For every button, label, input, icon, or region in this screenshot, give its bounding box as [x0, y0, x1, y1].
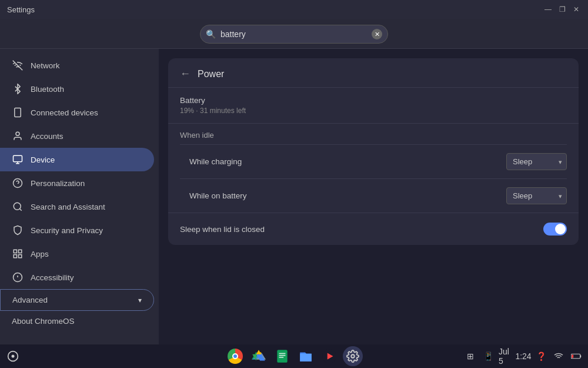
sidebar-item-security-privacy-label: Security and Privacy: [31, 226, 103, 235]
svg-rect-28: [279, 355, 286, 356]
search-bar: 🔍 ✕: [0, 19, 588, 49]
sidebar-item-network[interactable]: Network: [0, 54, 154, 77]
sidebar-item-apps[interactable]: Apps: [0, 242, 154, 266]
toggle-knob: [555, 224, 566, 234]
apps-icon: [12, 248, 24, 260]
sleep-lid-toggle[interactable]: [543, 223, 567, 236]
while-on-battery-label: While on battery: [189, 191, 247, 200]
sleep-lid-label: Sleep when lid is closed: [180, 225, 265, 234]
search-container: 🔍 ✕: [200, 25, 388, 44]
sidebar-item-connected-devices[interactable]: Connected devices: [0, 101, 154, 124]
taskbar-date[interactable]: Jul 5: [499, 349, 513, 363]
search-input[interactable]: [200, 25, 388, 44]
battery-section: Battery 19% · 31 minutes left: [168, 88, 579, 124]
search-assistant-icon: [12, 201, 24, 213]
svg-rect-35: [580, 355, 582, 357]
svg-rect-29: [279, 357, 284, 358]
svg-rect-13: [19, 255, 22, 258]
app-title: Settings: [7, 5, 35, 14]
device-icon: [12, 154, 24, 165]
taskbar-app-drive[interactable]: [249, 346, 269, 366]
svg-rect-12: [14, 255, 16, 258]
taskbar-right: ⊞ 📱 Jul 5 1:24 ❓: [463, 349, 583, 363]
battery-status: 19% · 31 minutes left: [180, 107, 567, 115]
svg-point-2: [16, 132, 19, 135]
taskbar-app-play[interactable]: [319, 346, 339, 366]
taskbar-wifi-icon[interactable]: [552, 349, 566, 363]
while-charging-label: While charging: [189, 157, 242, 166]
sidebar-item-personalization-label: Personalization: [31, 179, 85, 188]
sidebar-item-device[interactable]: Device: [0, 148, 154, 171]
sidebar-item-network-label: Network: [31, 61, 60, 70]
taskbar: ⊞ 📱 Jul 5 1:24 ❓: [0, 344, 588, 368]
advanced-chevron-icon: ▾: [138, 296, 142, 304]
restore-button[interactable]: ❐: [557, 5, 567, 14]
sidebar-item-device-label: Device: [31, 155, 55, 164]
sidebar-item-bluetooth[interactable]: Bluetooth: [0, 77, 154, 101]
sidebar-item-accessibility[interactable]: Accessibility: [0, 266, 154, 289]
sidebar-item-search-assistant[interactable]: Search and Assistant: [0, 195, 154, 218]
panel-title: Power: [198, 69, 224, 79]
svg-rect-10: [14, 250, 16, 253]
bluetooth-icon: [12, 83, 24, 95]
body-split: Network Bluetooth Connected devices: [0, 49, 588, 344]
sidebar-item-accounts[interactable]: Accounts: [0, 124, 154, 148]
content-area: ← Power Battery 19% · 31 minutes left Wh…: [159, 49, 588, 344]
close-button[interactable]: ✕: [572, 5, 581, 14]
sidebar-item-security-privacy[interactable]: Security and Privacy: [0, 218, 154, 242]
sidebar-about-label: About ChromeOS: [12, 317, 75, 326]
taskbar-left: [5, 348, 21, 364]
sidebar-item-accessibility-label: Accessibility: [31, 273, 74, 282]
svg-rect-3: [14, 155, 22, 162]
security-privacy-icon: [12, 224, 24, 236]
while-charging-row: While charging Sleep Do nothing Shut dow…: [180, 144, 567, 178]
sidebar-item-apps-label: Apps: [31, 250, 49, 258]
sidebar-item-personalization[interactable]: Personalization: [0, 171, 154, 195]
svg-rect-26: [277, 350, 287, 363]
taskbar-app-chrome[interactable]: [225, 346, 245, 366]
taskbar-help-icon[interactable]: ❓: [534, 349, 548, 363]
back-button[interactable]: ←: [180, 68, 191, 80]
sidebar-item-accounts-label: Accounts: [31, 132, 64, 141]
taskbar-app-settings[interactable]: [343, 346, 363, 366]
taskbar-battery-icon[interactable]: [569, 349, 583, 363]
personalization-icon: [12, 177, 24, 189]
panel-header: ← Power: [168, 58, 579, 88]
sidebar-advanced-item[interactable]: Advanced ▾: [0, 289, 154, 311]
sidebar-item-about[interactable]: About ChromeOS: [0, 311, 159, 331]
app-container: 🔍 ✕ Network Blu: [0, 19, 588, 344]
when-idle-label: When idle: [180, 131, 567, 140]
svg-point-32: [351, 354, 355, 358]
sidebar-item-search-assistant-label: Search and Assistant: [31, 203, 105, 211]
svg-point-8: [14, 203, 21, 210]
svg-rect-36: [572, 354, 573, 357]
connected-devices-icon: [12, 107, 24, 118]
launcher-button[interactable]: [5, 348, 21, 364]
search-icon: 🔍: [206, 29, 216, 39]
taskbar-app-sheets[interactable]: [272, 346, 292, 366]
svg-rect-27: [279, 353, 286, 354]
while-on-battery-row: While on battery Sleep Do nothing Shut d…: [180, 178, 567, 213]
network-icon: [12, 59, 24, 71]
sidebar-item-connected-devices-label: Connected devices: [31, 108, 98, 117]
taskbar-multiwindow-icon[interactable]: ⊞: [463, 349, 477, 363]
svg-point-18: [12, 355, 15, 358]
while-charging-select-wrapper: Sleep Do nothing Shut down ▾: [506, 153, 567, 170]
power-panel: ← Power Battery 19% · 31 minutes left Wh…: [168, 58, 579, 245]
minimize-button[interactable]: —: [543, 5, 553, 14]
sidebar-item-bluetooth-label: Bluetooth: [31, 85, 64, 94]
while-on-battery-select[interactable]: Sleep Do nothing Shut down: [506, 187, 567, 204]
svg-line-9: [19, 208, 21, 210]
taskbar-phone-icon[interactable]: 📱: [481, 349, 495, 363]
taskbar-apps: [225, 346, 363, 366]
taskbar-time[interactable]: 1:24: [516, 349, 530, 363]
while-on-battery-select-wrapper: Sleep Do nothing Shut down ▾: [506, 187, 567, 204]
title-bar: Settings — ❐ ✕: [0, 0, 588, 19]
taskbar-app-files[interactable]: [296, 346, 316, 366]
sleep-lid-row: Sleep when lid is closed: [168, 213, 579, 245]
search-clear-button[interactable]: ✕: [372, 29, 382, 39]
while-charging-select[interactable]: Sleep Do nothing Shut down: [506, 153, 567, 170]
accessibility-icon: [12, 271, 24, 283]
accounts-icon: [12, 130, 24, 142]
sidebar: Network Bluetooth Connected devices: [0, 49, 159, 344]
